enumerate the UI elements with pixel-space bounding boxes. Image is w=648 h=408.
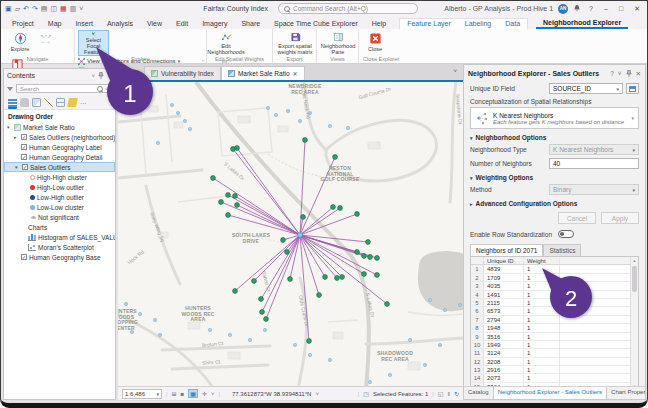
ribbon-tab-analysis[interactable]: Analysis — [100, 19, 140, 29]
unique-id-cell[interactable]: 3208 — [484, 358, 524, 365]
weight-cell[interactable]: 1 — [524, 341, 560, 348]
weight-cell[interactable]: 1 — [524, 299, 560, 306]
neighbor-point[interactable] — [233, 194, 238, 199]
not-significant-point[interactable] — [158, 333, 161, 336]
magnifier-tool-icon[interactable]: ⊞ — [172, 390, 177, 397]
not-significant-point[interactable] — [248, 338, 251, 341]
open-icon[interactable]: ▱ — [15, 4, 20, 14]
not-significant-point[interactable] — [458, 303, 461, 306]
ribbon-tab-imagery[interactable]: Imagery — [195, 19, 234, 29]
dock-tab-chart-properties[interactable]: Chart Properties — [607, 387, 646, 399]
close-tab-icon[interactable]: ✕ — [293, 70, 298, 77]
neighbor-point[interactable] — [260, 310, 265, 315]
layer-checkbox[interactable]: ✓ — [21, 144, 27, 150]
dock-tab-neighborhood-explorer-sales-outliers[interactable]: Neighborhood Explorer - Sales Outliers — [493, 387, 607, 399]
table-row[interactable]: 414911 — [471, 291, 638, 299]
number-of-neighbors-input[interactable]: 40 — [549, 158, 639, 169]
unique-id-cell[interactable]: 6573 — [484, 307, 524, 314]
weight-cell[interactable]: 1 — [524, 358, 560, 365]
ribbon-tab-map[interactable]: Map — [41, 19, 69, 29]
not-significant-point[interactable] — [228, 333, 231, 336]
pan-arrows-icon[interactable]: ↖↑↗←→ — [40, 30, 51, 44]
neighbor-point[interactable] — [226, 193, 231, 198]
neighbor-point[interactable] — [235, 203, 240, 208]
neighbor-point[interactable] — [303, 138, 308, 143]
section-weighting-options[interactable]: ▾ Weighting Options — [470, 174, 639, 181]
not-significant-point[interactable] — [438, 343, 441, 346]
layer-checkbox[interactable]: ✓ — [21, 254, 27, 260]
refresh-icon[interactable]: ↻ — [454, 390, 459, 397]
neighbor-point[interactable] — [323, 275, 328, 280]
unique-id-cell[interactable]: 4035 — [484, 282, 524, 289]
neighbor-point[interactable] — [333, 155, 338, 160]
table-row[interactable]: 1131241 — [471, 349, 638, 357]
list-by-snapping-icon[interactable] — [56, 98, 65, 107]
dock-tab-catalog[interactable]: Catalog — [464, 387, 493, 399]
ribbon-tab-edit[interactable]: Edit — [169, 19, 195, 29]
section-advanced-options[interactable]: ▸ Advanced Configuration Options — [470, 200, 639, 207]
list-by-editing-icon[interactable] — [44, 98, 53, 107]
neighbor-point[interactable] — [366, 240, 371, 245]
tree-item-histogram-of-sales-value[interactable]: Histogram of SALES_VALUE — [4, 232, 115, 242]
not-significant-point[interactable] — [130, 330, 133, 333]
not-significant-point[interactable] — [274, 113, 277, 116]
neighbor-point[interactable] — [331, 205, 336, 210]
list-by-data-source-icon[interactable] — [20, 98, 29, 107]
neighborhood-pane-button[interactable]: Neighborhood Pane — [320, 30, 356, 56]
not-significant-point[interactable] — [298, 119, 301, 122]
ribbon-tab-help[interactable]: Help — [365, 19, 393, 29]
ribbon-tab-insert[interactable]: Insert — [68, 19, 100, 29]
neighbor-point[interactable] — [355, 250, 360, 255]
toolbox-icon[interactable]: ▥ — [70, 4, 77, 14]
unique-id-cell[interactable]: 1491 — [484, 291, 524, 298]
ribbon-tab-feature-layer[interactable]: Feature Layer — [400, 19, 458, 29]
avatar[interactable]: AN — [558, 4, 568, 14]
view-tab-vulnerability-index[interactable]: Vulnerability Index — [144, 66, 221, 80]
not-significant-point[interactable] — [138, 312, 141, 315]
neighbor-point[interactable] — [211, 176, 216, 181]
coords-chevron-icon[interactable]: ˅ — [315, 391, 319, 397]
neighbor-point[interactable] — [338, 206, 343, 211]
not-significant-point[interactable] — [208, 328, 211, 331]
weight-cell[interactable]: 1 — [524, 374, 560, 381]
view-tab-market-sale-ratio[interactable]: Market Sale Ratio✕ — [221, 66, 305, 80]
table-row[interactable]: 340351 — [471, 282, 638, 290]
list-by-labeling-icon[interactable] — [67, 98, 78, 107]
unique-id-cell[interactable]: 2115 — [484, 299, 524, 306]
statusbar-chevron-icon[interactable]: ˅ — [211, 391, 215, 397]
tree-item-high-high-cluster[interactable]: High-High cluster — [4, 172, 115, 182]
conceptualization-dropdown[interactable]: K Nearest Neighbors Each feature gets K … — [470, 107, 639, 129]
not-significant-point[interactable] — [293, 343, 296, 346]
save-icon[interactable]: ▣ — [5, 4, 12, 14]
neighbor-point[interactable] — [307, 339, 312, 344]
neighbor-point[interactable] — [362, 254, 367, 259]
map-canvas[interactable]: NEWBRIDGE REC AREARESTON NATIONAL GOLF C… — [118, 82, 463, 386]
project-icon[interactable]: ▤ — [41, 4, 48, 14]
not-significant-point[interactable] — [176, 111, 179, 114]
ribbon-tab-project[interactable]: Project — [5, 19, 41, 29]
table-scrollbar[interactable]: ▴ ▾ — [630, 257, 638, 390]
weight-cell[interactable]: 1 — [524, 366, 560, 373]
contents-search-input[interactable]: Search ˅ — [16, 84, 112, 93]
table-header-weight[interactable]: Weight — [524, 257, 560, 264]
not-significant-point[interactable] — [308, 111, 311, 114]
unique-id-cell[interactable]: 2794 — [484, 316, 524, 323]
neighbor-point[interactable] — [301, 215, 306, 220]
tree-item-sales-outliers[interactable]: ▾✓Sales Outliers — [4, 162, 115, 172]
not-significant-point[interactable] — [346, 126, 349, 129]
table-row[interactable]: 521151 — [471, 299, 638, 307]
redo-icon[interactable]: ↷ — [32, 4, 38, 14]
select-focal-feature-button[interactable]: Select Focal Feature — [78, 30, 109, 56]
not-significant-point[interactable] — [388, 373, 391, 376]
not-significant-point[interactable] — [328, 124, 331, 127]
weight-cell[interactable]: 1 — [524, 274, 560, 281]
neighbor-point[interactable] — [252, 279, 257, 284]
method-dropdown[interactable]: Binary ▾ — [549, 184, 639, 195]
neighbor-point[interactable] — [355, 212, 360, 217]
tree-item-human-geography-detail[interactable]: ✓Human Geography Detail — [4, 152, 115, 162]
weight-cell[interactable]: 1 — [524, 349, 560, 356]
neighbor-point[interactable] — [235, 146, 240, 151]
weight-cell[interactable]: 1 — [524, 333, 560, 340]
not-significant-point[interactable] — [443, 308, 446, 311]
add-overlay-icon[interactable]: ✛ — [202, 390, 207, 397]
